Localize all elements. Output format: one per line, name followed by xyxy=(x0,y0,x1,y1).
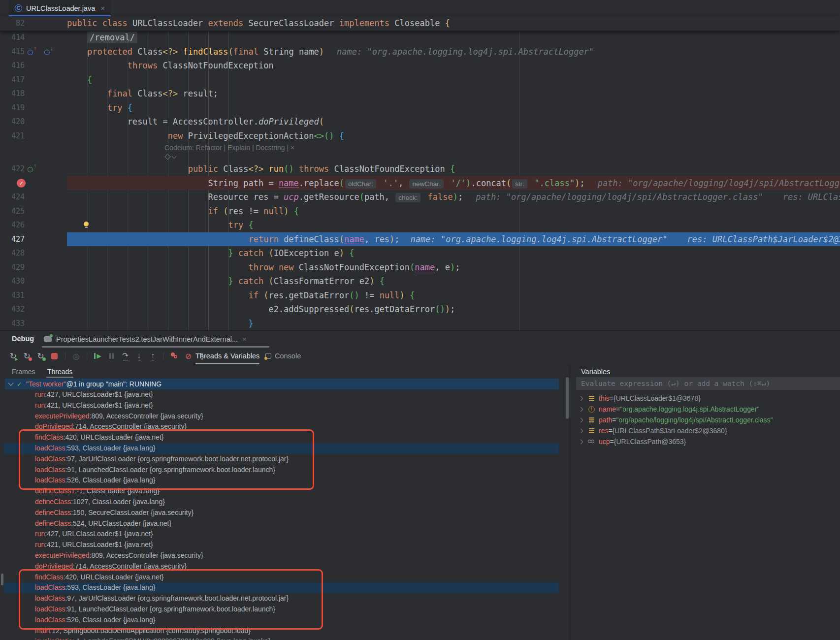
variable-row[interactable]: fname = "org.apache.logging.log4j.spi.Ab… xyxy=(576,404,840,415)
stack-frame-row[interactable]: loadClass:526, ClassLoader {java.lang} xyxy=(4,475,559,486)
code-text: } catch (ClassFormatError e2) { xyxy=(67,274,840,288)
code-line: 428 } catch (IOException e) { xyxy=(0,246,840,260)
stack-frame-row[interactable]: findClass:420, URLClassLoader {java.net} xyxy=(4,432,559,443)
stack-frame-row[interactable]: loadClass:593, ClassLoader {java.lang} xyxy=(4,582,559,593)
line-number[interactable]: 414 xyxy=(0,31,25,45)
line-number[interactable]: 424 xyxy=(0,190,25,204)
tab-console[interactable]: Console xyxy=(265,348,301,364)
stack-frames-list[interactable]: run:427, URLClassLoader$1 {java.net}run:… xyxy=(0,389,570,640)
code-token: e2.addSuppressed xyxy=(67,304,349,314)
rerun-failed-tests-button[interactable]: ↻ xyxy=(21,350,33,362)
stack-frame-row[interactable]: loadClass:97, JarUrlClassLoader {org.spr… xyxy=(4,454,559,465)
frame-method: defineClass1 xyxy=(35,487,75,495)
stack-frame-row[interactable]: run:427, URLClassLoader$1 {java.net} xyxy=(4,529,559,540)
line-number[interactable]: 420 xyxy=(0,115,25,129)
code-token: result; xyxy=(178,89,218,98)
mute-breakpoints-button[interactable]: ⊘ xyxy=(182,350,194,362)
line-number[interactable]: 417 xyxy=(0,73,25,87)
line-number[interactable]: 419 xyxy=(0,101,25,115)
line-number[interactable]: 431 xyxy=(0,288,25,303)
close-icon[interactable]: × xyxy=(100,4,105,12)
stack-frame-row[interactable]: defineClass1:-1, ClassLoader {java.lang} xyxy=(4,486,559,497)
line-number[interactable]: 421 xyxy=(0,129,25,143)
codeium-icon[interactable] xyxy=(165,155,176,159)
variable-row[interactable]: this = {URLClassLoader$1@3678} xyxy=(576,393,840,404)
line-number[interactable]: 418 xyxy=(0,87,25,101)
resume-button[interactable]: ▶ xyxy=(92,350,104,362)
breakpoint-icon[interactable]: ✓ xyxy=(17,179,26,188)
stack-frame-row[interactable]: loadClass:97, JarUrlClassLoader {org.spr… xyxy=(4,593,559,604)
thread-row[interactable]: ✓ "Test worker" @1 in group "main": RUNN… xyxy=(5,379,559,389)
line-number[interactable]: 416 xyxy=(0,59,25,73)
variable-row[interactable]: ucp = {URLClassPath@3653} xyxy=(576,436,840,447)
stack-frame-row[interactable]: main:12, SpringbootLoadDemoApplication {… xyxy=(4,626,559,637)
stack-frame-row[interactable]: loadClass:91, LaunchedClassLoader {org.s… xyxy=(4,604,559,615)
frames-scrollbar[interactable] xyxy=(566,377,569,419)
chevron-right-icon[interactable] xyxy=(579,407,583,412)
stack-frame-row[interactable]: executePrivileged:809, AccessController … xyxy=(4,411,559,422)
chevron-right-icon[interactable] xyxy=(579,428,583,433)
variable-row[interactable]: path = "org/apache/logging/log4j/spi/Abs… xyxy=(576,415,840,425)
chevron-right-icon[interactable] xyxy=(579,396,583,401)
tab-frames[interactable]: Frames xyxy=(12,365,35,378)
code-token: public xyxy=(188,164,224,174)
close-icon[interactable]: × xyxy=(242,335,246,343)
step-into-button[interactable]: ↓ xyxy=(133,350,145,362)
step-over-button[interactable]: ↷ xyxy=(119,350,131,362)
line-number[interactable]: 427 xyxy=(0,232,25,247)
line-number[interactable]: 422 xyxy=(0,162,25,176)
line-number[interactable]: 415 xyxy=(0,45,25,59)
overrides-icon[interactable]: ↑ xyxy=(28,47,36,56)
evaluate-expression-input[interactable]: Evaluate expression (↵) or add a watch (… xyxy=(576,377,840,390)
code-area[interactable]: 414 /removal/415↑↓ protected Class<?> fi… xyxy=(0,31,840,330)
stack-frame-row[interactable]: defineClass:524, URLClassLoader {java.ne… xyxy=(4,518,559,529)
stack-frame-row[interactable]: run:421, URLClassLoader$1 {java.net} xyxy=(4,400,559,411)
line-number[interactable]: 425 xyxy=(0,204,25,219)
stack-frame-row[interactable]: doPrivileged:714, AccessController {java… xyxy=(4,421,559,432)
code-token: path, xyxy=(364,192,394,202)
line-number[interactable]: 433 xyxy=(0,317,25,331)
line-number[interactable]: 428 xyxy=(0,246,25,260)
line-number[interactable]: 430 xyxy=(0,274,25,288)
stack-frame-row[interactable]: loadClass:91, LaunchedClassLoader {org.s… xyxy=(4,465,559,476)
variable-row[interactable]: res = {URLClassPath$JarLoader$2@3680} xyxy=(576,425,840,436)
code-token: throw new xyxy=(248,262,298,272)
stack-frame-row[interactable]: loadClass:593, ClassLoader {java.lang} xyxy=(4,443,559,454)
chevron-right-icon[interactable] xyxy=(579,417,583,422)
line-number[interactable]: 426 xyxy=(0,218,25,232)
stack-frame-row[interactable]: run:421, URLClassLoader$1 {java.net} xyxy=(4,540,559,550)
stack-frame-row[interactable]: loadClass:526, ClassLoader {java.lang} xyxy=(4,615,559,626)
line-number[interactable]: 429 xyxy=(0,260,25,275)
line-number[interactable]: 432 xyxy=(0,302,25,317)
chevron-down-icon[interactable] xyxy=(8,380,13,385)
rerun-button[interactable]: ↻▶ xyxy=(7,350,19,362)
stop-button[interactable] xyxy=(48,350,61,362)
code-line: 433 } xyxy=(0,317,840,331)
chevron-right-icon[interactable] xyxy=(579,439,583,444)
frame-method: doPrivileged xyxy=(35,562,73,570)
stack-frame-row[interactable]: executePrivileged:809, AccessController … xyxy=(4,550,559,561)
codeium-inlay-text[interactable]: Codeium: Refactor | Explain | Docstring … xyxy=(164,143,294,153)
code-token: ClassNotFoundException xyxy=(334,164,450,174)
left-edge-scrollbar[interactable] xyxy=(1,574,3,585)
view-breakpoints-button[interactable] xyxy=(168,350,181,362)
pause-button[interactable] xyxy=(105,350,118,362)
editor-tab-urlclassloader[interactable]: C URLClassLoader.java × xyxy=(9,0,111,16)
step-out-button[interactable]: ↑ xyxy=(147,350,159,362)
stack-frame-row[interactable]: defineClass:1027, ClassLoader {java.lang… xyxy=(4,497,559,508)
restart-debugger-button[interactable]: ↻ xyxy=(34,350,47,362)
debug-session-tab[interactable]: PropertiesLauncherTests2.testJarWithInne… xyxy=(42,331,253,347)
stack-frame-row[interactable]: doPrivileged:714, AccessController {java… xyxy=(4,561,559,572)
overridden-icon[interactable]: ↓ xyxy=(44,47,53,56)
tab-threads-and-variables[interactable]: Threads & Variables xyxy=(195,348,259,364)
code-token: { xyxy=(450,164,455,174)
implements-icon[interactable]: ↑ xyxy=(28,164,36,173)
stack-frame-row[interactable]: invokeStatic:-1, LambdaForm$DMH/0x000000… xyxy=(4,636,559,640)
stack-frame-row[interactable]: defineClass:150, SecureClassLoader {java… xyxy=(4,508,559,518)
tab-threads[interactable]: Threads xyxy=(47,365,72,378)
code-token: str: xyxy=(512,179,527,189)
code-text: throw new ClassNotFoundException(name, e… xyxy=(67,260,840,275)
show-execution-point-button[interactable]: ◎ xyxy=(70,350,82,362)
stack-frame-row[interactable]: run:427, URLClassLoader$1 {java.net} xyxy=(4,389,559,400)
stack-frame-row[interactable]: findClass:420, URLClassLoader {java.net} xyxy=(4,572,559,583)
